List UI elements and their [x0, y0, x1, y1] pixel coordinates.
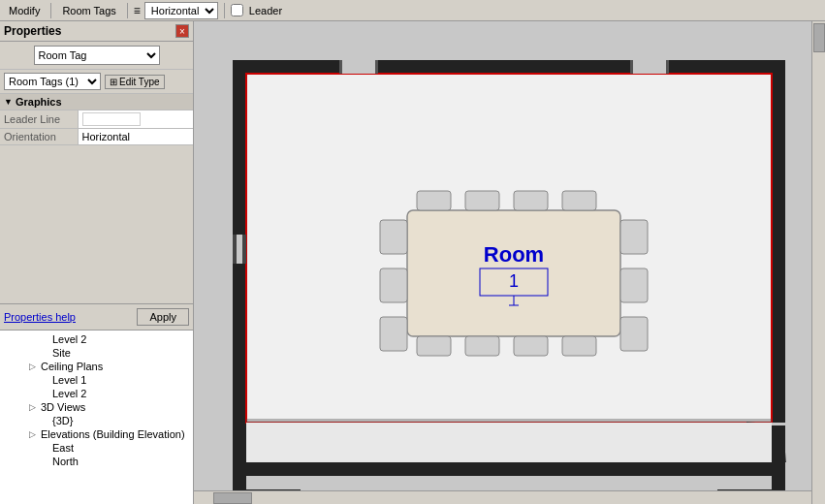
tree-item-label: Level 2 [52, 388, 86, 399]
apply-button[interactable]: Apply [137, 308, 189, 326]
orientation-select[interactable]: Horizontal Vertical [144, 2, 218, 19]
svg-rect-11 [233, 235, 237, 249]
properties-header: Properties × [0, 21, 193, 42]
h-scrollbar-thumb[interactable] [213, 492, 252, 504]
list-item[interactable]: Level 2 [2, 332, 191, 346]
svg-rect-13 [233, 249, 237, 264]
svg-rect-7 [246, 419, 772, 423]
properties-title: Properties [4, 24, 61, 38]
project-browser: Level 2 Site ▷ Ceiling Plans Level 1 Lev… [0, 330, 193, 504]
svg-rect-12 [242, 235, 246, 249]
leader-checkbox[interactable] [231, 4, 243, 16]
list-item[interactable]: East [2, 441, 191, 455]
list-item[interactable]: Site [2, 346, 191, 360]
svg-rect-4 [772, 60, 785, 476]
list-item[interactable]: Level 1 [2, 373, 191, 387]
properties-table: Leader Line Orientation Horizontal [0, 110, 193, 145]
prop-label-orientation: Orientation [0, 129, 78, 145]
edit-type-icon: ⊞ [110, 77, 117, 87]
svg-rect-20 [666, 60, 669, 74]
room-tags-button[interactable]: Room Tags [57, 3, 120, 18]
tree-item-label: Site [52, 347, 71, 359]
filter-select[interactable]: Room Tags (1) [4, 73, 101, 90]
edit-type-label: Edit Type [119, 77, 160, 87]
svg-rect-21 [233, 462, 246, 489]
separator-3 [224, 3, 225, 18]
properties-bottom: Properties help Apply [0, 303, 193, 330]
expand-icon: ▷ [29, 362, 39, 371]
properties-panel: Properties × Room Tag Room Tags (1) ⊞ Ed… [0, 21, 194, 504]
edit-type-button[interactable]: ⊞ Edit Type [105, 75, 165, 89]
svg-rect-19 [630, 60, 633, 74]
list-item[interactable]: ▷ Ceiling Plans [2, 360, 191, 373]
svg-rect-1 [233, 60, 785, 74]
tree-item-label: East [52, 442, 74, 454]
expand-icon: ▷ [29, 429, 39, 439]
horizontal-scrollbar[interactable] [194, 490, 811, 504]
prop-label-leader: Leader Line [0, 110, 78, 129]
graphics-section-header: ▼ Graphics [0, 94, 193, 110]
type-row: Room Tag [0, 42, 193, 70]
svg-rect-34 [380, 220, 407, 254]
svg-rect-28 [514, 191, 548, 210]
close-button[interactable]: × [175, 24, 189, 38]
svg-rect-37 [620, 220, 648, 254]
list-item[interactable]: {3D} [2, 414, 191, 427]
list-item[interactable]: North [2, 455, 191, 468]
svg-rect-17 [375, 60, 378, 74]
svg-rect-2 [233, 462, 785, 476]
svg-text:1: 1 [509, 271, 519, 291]
svg-rect-38 [620, 268, 648, 302]
tree-item-label: Level 1 [52, 374, 86, 386]
tree-item-label: North [52, 456, 79, 467]
svg-rect-30 [417, 336, 451, 356]
modify-button[interactable]: Modify [4, 3, 45, 18]
svg-rect-16 [339, 60, 342, 74]
table-row: Orientation Horizontal [0, 129, 193, 145]
tree-item-label: Elevations (Building Elevation) [41, 428, 185, 440]
svg-rect-3 [233, 60, 246, 476]
svg-rect-32 [514, 336, 548, 356]
project-tree: Level 2 Site ▷ Ceiling Plans Level 1 Lev… [0, 331, 193, 470]
svg-rect-26 [417, 191, 451, 210]
expand-icon: ▷ [29, 402, 39, 412]
svg-rect-29 [562, 191, 596, 210]
empty-space [0, 145, 193, 262]
vertical-scrollbar[interactable] [811, 21, 825, 504]
type-select[interactable]: Room Tag [34, 46, 160, 65]
svg-rect-15 [339, 60, 378, 74]
svg-rect-27 [465, 191, 499, 210]
graphics-section-label: Graphics [16, 96, 62, 108]
svg-rect-36 [380, 317, 407, 351]
tree-item-label: 3D Views [41, 401, 85, 413]
svg-rect-35 [380, 268, 407, 302]
separator-1 [50, 3, 51, 18]
svg-text:Room: Room [484, 242, 544, 267]
properties-help-link[interactable]: Properties help [4, 311, 76, 323]
list-item[interactable]: Level 2 [2, 387, 191, 400]
tree-item-label: Ceiling Plans [41, 361, 103, 372]
properties-content: ▼ Graphics Leader Line Orientation Horiz… [0, 94, 193, 303]
toolbar: Modify Room Tags ≡ Horizontal Vertical L… [0, 0, 825, 21]
separator-2 [127, 3, 128, 18]
svg-rect-14 [242, 249, 246, 264]
canvas-area[interactable]: Room 1 [194, 21, 825, 504]
orientation-icon: ≡ [134, 4, 141, 17]
svg-rect-31 [465, 336, 499, 356]
svg-rect-39 [620, 317, 648, 351]
prop-value-leader[interactable] [78, 110, 193, 129]
list-item[interactable]: ▷ Elevations (Building Elevation) [2, 427, 191, 441]
list-item[interactable]: ▷ 3D Views [2, 400, 191, 414]
svg-rect-18 [630, 60, 669, 74]
prop-value-orientation: Horizontal [78, 129, 193, 145]
main-layout: Properties × Room Tag Room Tags (1) ⊞ Ed… [0, 21, 825, 504]
scrollbar-thumb[interactable] [813, 23, 825, 52]
leader-label: Leader [249, 5, 282, 16]
filter-row: Room Tags (1) ⊞ Edit Type [0, 70, 193, 94]
tree-item-label: {3D} [52, 415, 73, 426]
table-row: Leader Line [0, 110, 193, 129]
svg-rect-45 [246, 423, 772, 462]
svg-rect-33 [562, 336, 596, 356]
graphics-collapse-icon: ▼ [4, 97, 13, 107]
tree-item-label: Level 2 [52, 333, 86, 345]
